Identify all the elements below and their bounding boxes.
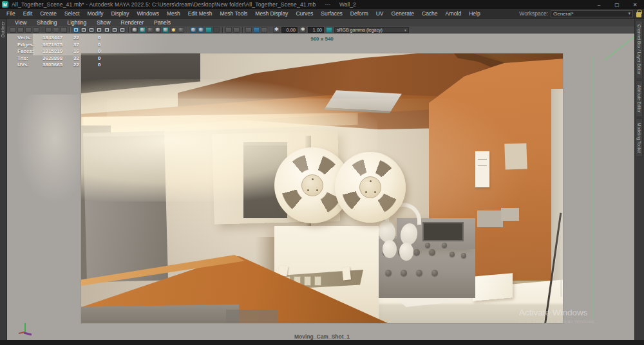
menu-uv[interactable]: UV <box>372 10 388 17</box>
toolbar-separator <box>70 27 70 33</box>
hub-hole <box>307 189 309 191</box>
select-camera-icon[interactable] <box>10 27 16 33</box>
menu-windows[interactable]: Windows <box>133 10 162 17</box>
lock-camera-icon[interactable] <box>17 27 24 33</box>
y-axis-icon <box>24 323 26 333</box>
screen-space-ao-icon[interactable] <box>190 27 196 33</box>
panel-menu-renderer[interactable]: Renderer <box>116 19 149 26</box>
panel-menu-view[interactable]: View <box>10 19 32 26</box>
three-pane-layout-icon[interactable] <box>104 27 110 33</box>
scene-standing-card <box>473 273 513 301</box>
hub-hole <box>370 180 372 182</box>
view-transform-dropdown[interactable]: sRGB gamma (legacy) ▾ <box>334 27 409 33</box>
title-bar[interactable]: M All_Together_Scene_41.mb* - Autodesk M… <box>0 0 644 9</box>
window-title-suffix: Wall_2 <box>339 1 356 8</box>
maya-window: M All_Together_Scene_41.mb* - Autodesk M… <box>0 0 644 345</box>
toolbar-separator <box>42 27 43 33</box>
motion-blur-icon[interactable] <box>198 27 204 33</box>
depth-of-field-icon[interactable] <box>213 27 220 33</box>
amp-knob <box>401 270 407 276</box>
grease-pencil-icon[interactable] <box>61 27 67 33</box>
shadows-icon[interactable] <box>178 27 184 33</box>
outliner-tab[interactable]: Outliner <box>1 21 5 37</box>
menu-select[interactable]: Select <box>61 10 84 17</box>
image-plane-icon[interactable] <box>45 27 52 33</box>
panel-menu-shading[interactable]: Shading <box>32 19 62 26</box>
wireframe-on-shaded-icon[interactable] <box>162 27 169 33</box>
menu-deform[interactable]: Deform <box>346 10 372 17</box>
menu-modify[interactable]: Modify <box>84 10 108 17</box>
menu-display[interactable]: Display <box>108 10 133 17</box>
menu-edit[interactable]: Edit <box>19 10 37 17</box>
tape-tension-arm <box>342 266 351 280</box>
selection-wireframe-line <box>592 57 594 319</box>
menu-arnold[interactable]: Arnold <box>442 10 466 17</box>
menu-create[interactable]: Create <box>36 10 61 17</box>
scene-pinned-paper <box>475 151 489 187</box>
hud-label: Tris: <box>17 55 28 61</box>
two-pane-stacked-layout-icon[interactable] <box>88 27 95 33</box>
isolate-select-icon[interactable] <box>225 27 232 33</box>
camera-attributes-icon[interactable] <box>25 27 32 33</box>
hud-selected: 16 <box>62 48 79 54</box>
left-panel-strip: Outliner <box>0 19 7 340</box>
panel-menu-bar: View Shading Lighting Show Renderer Pane… <box>7 19 634 26</box>
wireframe-display-icon[interactable] <box>131 27 138 33</box>
panel-menu-panels[interactable]: Panels <box>149 19 176 26</box>
amp-knob <box>431 270 438 276</box>
single-pane-layout-icon[interactable] <box>73 27 79 33</box>
four-pane-layout-icon[interactable] <box>80 27 87 33</box>
exposure-icon[interactable] <box>273 27 279 33</box>
menu-curves[interactable]: Curves <box>292 10 317 17</box>
gamma-field[interactable]: 1.00 <box>308 27 324 33</box>
film-gate-icon[interactable] <box>245 27 252 33</box>
maximize-button[interactable]: ▢ <box>608 0 626 9</box>
attribute-editor-tab[interactable]: Attribute Editor <box>636 80 643 117</box>
two-pane-side-layout-icon[interactable] <box>96 27 102 33</box>
resolution-gate[interactable] <box>80 53 564 324</box>
menu-mesh[interactable]: Mesh <box>163 10 184 17</box>
menu-file[interactable]: File <box>3 10 19 17</box>
use-all-lights-icon[interactable] <box>170 27 176 33</box>
two-d-pan-zoom-icon[interactable] <box>53 27 59 33</box>
menu-surfaces[interactable]: Surfaces <box>317 10 346 17</box>
menu-generate[interactable]: Generate <box>388 10 418 17</box>
window-title: All_Together_Scene_41.mb* - Autodesk MAY… <box>12 1 316 8</box>
toolbar-separator <box>222 27 223 33</box>
hud-label: Edges: <box>17 42 35 48</box>
menu-help[interactable]: Help <box>465 10 484 17</box>
chevron-down-icon: ▾ <box>404 28 406 32</box>
xray-display-icon[interactable] <box>233 27 240 33</box>
material-override-icon[interactable] <box>155 27 161 33</box>
modeling-toolkit-tab[interactable]: Modeling Toolkit <box>636 118 643 158</box>
close-button[interactable]: ✕ <box>626 0 644 9</box>
outliner-persp-layout-icon[interactable] <box>111 27 118 33</box>
textured-display-icon[interactable] <box>147 27 153 33</box>
hypershade-persp-layout-icon[interactable] <box>119 27 126 33</box>
reel-hub <box>359 176 381 198</box>
anti-aliasing-icon[interactable] <box>205 27 212 33</box>
resolution-gate-icon[interactable] <box>253 27 260 33</box>
exposure-field[interactable]: 0.00 <box>281 27 298 33</box>
lock-icon[interactable] <box>636 12 641 17</box>
panel-menu-lighting[interactable]: Lighting <box>62 19 91 26</box>
channel-box-tab[interactable]: Channel Box / Layer Editor <box>636 20 643 79</box>
render-viewport[interactable]: Verts: 1843447 22 0 Edges: 3671975 37 0 … <box>7 33 634 340</box>
toolbar-separator <box>128 27 129 33</box>
gamma-icon[interactable] <box>299 27 306 33</box>
hud-total: 3805665 <box>43 62 62 68</box>
hud-total: 1843447 <box>43 35 62 41</box>
menu-mesh-display[interactable]: Mesh Display <box>251 10 292 17</box>
menu-edit-mesh[interactable]: Edit Mesh <box>184 10 216 17</box>
menu-mesh-tools[interactable]: Mesh Tools <box>216 10 252 17</box>
smooth-shade-icon[interactable] <box>139 27 146 33</box>
hud-total: 1815219 <box>43 48 62 54</box>
paper-text-line <box>478 165 487 166</box>
panel-menu-show[interactable]: Show <box>91 19 115 26</box>
color-management-icon[interactable] <box>326 27 332 33</box>
workspace-dropdown[interactable]: General* ▾ <box>551 10 633 17</box>
menu-cache[interactable]: Cache <box>418 10 442 17</box>
bookmark-icon[interactable] <box>33 27 39 33</box>
minimize-button[interactable]: – <box>590 0 608 9</box>
gate-mask-icon[interactable] <box>261 27 267 33</box>
